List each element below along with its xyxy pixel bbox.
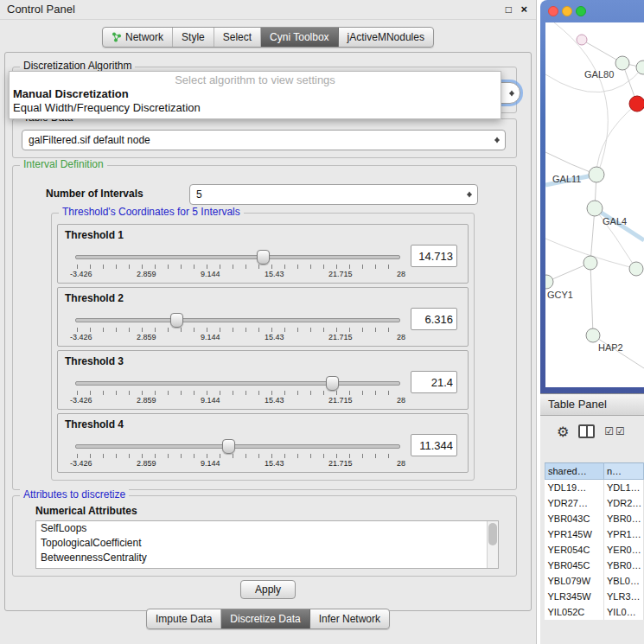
tab-jactivemnodules[interactable]: jActiveMNodules [339,28,433,47]
table-cell[interactable]: YPR1… [604,526,644,542]
table-row[interactable]: YPR145WYPR1… [545,526,644,542]
network-node[interactable] [589,167,604,182]
tab-network[interactable]: Network [103,28,173,47]
table-row[interactable]: YBL079WYBL0… [545,573,644,589]
table-cell[interactable]: YER0… [604,542,644,558]
threshold-value-input[interactable] [411,371,457,393]
scrollbar-thumb[interactable] [488,523,497,545]
group-title: Threshold's Coordinates for 5 Intervals [59,206,244,218]
select-columns-icon[interactable]: ☑☑ [604,425,627,437]
node-label: GCY1 [547,290,573,300]
zoom-traffic-light[interactable] [576,6,586,16]
tab-label: Infer Network [319,613,380,625]
table-row[interactable]: YIL052CYIL0… [545,604,644,620]
network-node[interactable] [636,61,644,74]
close-icon[interactable]: × [520,0,527,19]
slider-thumb[interactable] [326,376,339,391]
network-node-selected[interactable] [629,96,644,112]
table-cell[interactable]: YBL079W [545,573,604,589]
network-canvas[interactable]: GAL80 GAL11 GAL4 GCY1 HAP2 [545,22,644,387]
network-node[interactable] [577,35,587,45]
dropdown-option-equal-width-frequency[interactable]: Equal Width/Frequency Discretization [10,101,501,115]
attribute-item[interactable]: BetweennessCentrality [36,551,498,565]
attribute-item[interactable]: SelfLoops [36,521,498,536]
threshold-value-input[interactable] [411,308,457,330]
table-cell[interactable]: YBR045C [545,558,604,573]
slider-ticks [77,454,400,458]
control-panel-titlebar[interactable]: Control Panel □ × [0,0,536,20]
table-cell[interactable]: YBR043C [545,511,604,526]
threshold-slider[interactable]: -3.4262.8599.14415.4321.71528 [75,248,400,279]
network-node[interactable] [545,275,553,289]
table-row[interactable]: YLR345WYLR3… [545,589,644,604]
tab-impute-data[interactable]: Impute Data [147,609,221,628]
intervals-combo[interactable]: 5 [189,184,478,205]
table-cell[interactable]: YDL1… [604,480,644,496]
table-row[interactable]: YDR27…YDR2… [545,495,644,511]
threshold-slider[interactable]: -3.4262.8599.14415.4321.71528 [75,437,400,469]
attribute-list-scrollbar[interactable] [487,521,498,568]
tab-style[interactable]: Style [173,28,214,47]
slider-track[interactable] [75,381,400,386]
close-traffic-light[interactable] [548,6,558,16]
dropdown-option-manual-discretization[interactable]: Manual Discretization [10,87,501,101]
threshold-label: Threshold 2 [65,292,124,304]
table-data-combo[interactable]: galFiltered.sif default node [22,130,506,150]
columns-icon[interactable] [578,424,595,438]
table-row[interactable]: YER054CYER0… [545,542,644,558]
minimize-traffic-light[interactable] [562,6,572,16]
slider-thumb[interactable] [222,439,235,454]
tick-label: 15.43 [265,270,284,278]
threshold-slider[interactable]: -3.4262.8599.14415.4321.71528 [75,311,400,342]
slider-track[interactable] [75,255,400,259]
attribute-item[interactable]: TopologicalCoefficient [36,536,498,551]
tick-label: 28 [397,396,405,405]
table-cell[interactable]: YBL0… [604,573,644,589]
network-node[interactable] [583,256,597,270]
network-node[interactable] [629,262,643,276]
table-cell[interactable]: YDL19… [545,480,604,496]
slider-thumb[interactable] [257,250,270,265]
tab-discretize-data[interactable]: Discretize Data [221,609,309,628]
network-node[interactable] [586,328,600,342]
slider-track[interactable] [75,318,400,322]
slider-thumb[interactable] [170,313,183,328]
tick-label: 2.859 [137,270,156,278]
table-row[interactable]: YBR043CYBR0… [545,511,644,526]
tick-label: 21.715 [328,396,353,405]
tab-infer-network[interactable]: Infer Network [310,609,389,628]
float-window-icon[interactable]: □ [506,0,512,19]
table-cell[interactable]: YBR0… [604,558,644,573]
tab-select[interactable]: Select [214,28,261,47]
table-row[interactable]: YDL19…YDL1… [545,480,644,496]
tab-label: Style [182,31,205,43]
threshold-slider[interactable]: -3.4262.8599.14415.4321.71528 [75,374,400,405]
gear-icon[interactable]: ⚙ [557,424,569,440]
table-cell[interactable]: YER054C [545,542,604,558]
slider-track[interactable] [75,444,400,449]
tick-label: 2.859 [137,333,156,341]
tick-label: 21.715 [328,270,353,278]
threshold-value-input[interactable] [411,245,457,267]
table-cell[interactable]: YLR345W [545,589,604,604]
apply-button[interactable]: Apply [240,580,296,599]
network-node[interactable] [615,56,629,70]
column-header-name[interactable]: n… [604,463,644,480]
network-node[interactable] [587,201,603,216]
table-cell[interactable]: YDR2… [604,495,644,511]
bottom-tabbar: Impute Data Discretize Data Infer Networ… [0,609,536,629]
table-panel-titlebar[interactable]: Table Panel [540,393,644,416]
table-cell[interactable]: YIL0… [604,604,644,620]
table-cell[interactable]: YPR145W [545,526,604,542]
table-row[interactable]: YBR045CYBR0… [545,558,644,573]
panel-title: Control Panel [7,0,75,19]
table-cell[interactable]: YDR27… [545,495,604,511]
table-cell[interactable]: YBR0… [604,511,644,526]
threshold-panel: Threshold 2 -3.4262.8599.14415.4321.7152… [57,287,469,347]
attribute-list[interactable]: SelfLoopsTopologicalCoefficientBetweenne… [35,520,499,569]
table-cell[interactable]: YIL052C [545,604,604,620]
column-header-shared-name[interactable]: shared… [545,463,604,480]
table-cell[interactable]: YLR3… [604,589,644,604]
tab-cyni-toolbox[interactable]: Cyni Toolbox [261,28,338,47]
threshold-value-input[interactable] [411,434,457,456]
